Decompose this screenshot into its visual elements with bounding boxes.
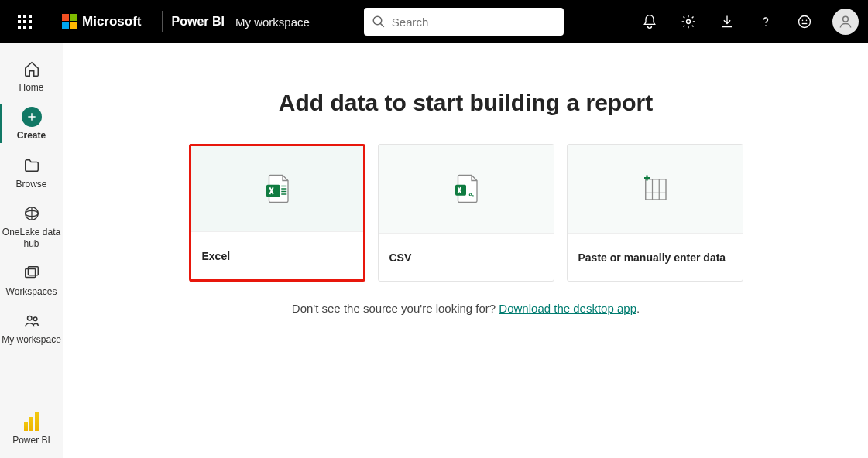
download-icon[interactable] bbox=[712, 6, 743, 37]
svg-rect-24 bbox=[455, 185, 466, 196]
home-icon bbox=[22, 59, 42, 79]
svg-point-15 bbox=[806, 20, 808, 22]
product-name: Power BI bbox=[172, 15, 225, 29]
create-icon bbox=[22, 107, 42, 127]
notifications-icon[interactable] bbox=[634, 6, 665, 37]
svg-rect-2 bbox=[29, 15, 32, 18]
divider bbox=[162, 11, 163, 32]
microsoft-logo: Microsoft bbox=[62, 14, 142, 29]
account-avatar[interactable] bbox=[832, 9, 859, 35]
workspace-breadcrumb[interactable]: My workspace bbox=[235, 15, 310, 29]
page-title: Add data to start building a report bbox=[279, 90, 653, 116]
svg-point-9 bbox=[373, 16, 382, 25]
folder-icon bbox=[22, 156, 42, 176]
people-icon bbox=[22, 311, 42, 331]
svg-text:a,: a, bbox=[468, 190, 474, 197]
nav-create[interactable]: Create bbox=[0, 99, 63, 147]
powerbi-icon bbox=[24, 412, 39, 431]
onelake-icon bbox=[22, 203, 42, 224]
svg-rect-8 bbox=[29, 26, 32, 29]
top-actions bbox=[634, 6, 859, 37]
nav-create-label: Create bbox=[17, 130, 46, 141]
search-input[interactable] bbox=[392, 15, 556, 29]
left-nav: Home Create Browse OneLake data hub Work… bbox=[0, 43, 63, 458]
svg-rect-26 bbox=[645, 179, 665, 200]
nav-browse-label: Browse bbox=[15, 179, 46, 190]
svg-rect-7 bbox=[23, 26, 26, 29]
card-excel-label: Excel bbox=[202, 250, 231, 262]
csv-file-icon: a, bbox=[450, 173, 482, 205]
svg-rect-3 bbox=[18, 20, 21, 23]
svg-rect-0 bbox=[18, 15, 21, 18]
card-csv[interactable]: a, CSV bbox=[378, 144, 554, 282]
nav-workspaces-label: Workspaces bbox=[6, 286, 57, 297]
nav-home-label: Home bbox=[19, 82, 43, 93]
nav-powerbi-label: Power BI bbox=[12, 435, 50, 446]
nav-my-workspace-label: My workspace bbox=[2, 334, 61, 345]
feedback-icon[interactable] bbox=[789, 6, 820, 37]
brand-text: Microsoft bbox=[82, 14, 142, 29]
svg-rect-6 bbox=[18, 26, 21, 29]
nav-my-workspace[interactable]: My workspace bbox=[0, 303, 63, 351]
nav-powerbi[interactable]: Power BI bbox=[0, 405, 63, 458]
svg-rect-19 bbox=[25, 268, 35, 277]
card-csv-label: CSV bbox=[389, 251, 412, 264]
app-launcher-icon[interactable] bbox=[9, 6, 40, 37]
hint-text: Don't see the source you're looking for?… bbox=[292, 302, 640, 315]
main-content: Add data to start building a report Exce… bbox=[63, 43, 868, 458]
svg-rect-5 bbox=[29, 20, 32, 23]
search-container bbox=[364, 8, 564, 36]
settings-icon[interactable] bbox=[673, 6, 704, 37]
svg-point-12 bbox=[765, 25, 767, 26]
svg-point-13 bbox=[799, 16, 811, 28]
svg-rect-1 bbox=[23, 15, 26, 18]
workspaces-icon bbox=[22, 263, 42, 283]
top-bar: Microsoft Power BI My workspace bbox=[0, 0, 868, 43]
svg-rect-20 bbox=[28, 267, 38, 275]
download-desktop-link[interactable]: Download the desktop app bbox=[499, 302, 636, 315]
search-box[interactable] bbox=[364, 8, 564, 36]
hint-suffix: . bbox=[636, 302, 640, 315]
nav-workspaces[interactable]: Workspaces bbox=[0, 255, 63, 303]
nav-browse[interactable]: Browse bbox=[0, 148, 63, 196]
svg-point-21 bbox=[27, 316, 32, 321]
svg-point-11 bbox=[687, 20, 691, 24]
svg-line-10 bbox=[380, 23, 384, 27]
search-icon bbox=[372, 15, 386, 29]
card-paste-data[interactable]: Paste or manually enter data bbox=[567, 144, 743, 282]
svg-point-22 bbox=[33, 317, 37, 321]
card-excel[interactable]: Excel bbox=[189, 144, 365, 282]
svg-point-14 bbox=[802, 20, 804, 22]
card-paste-label: Paste or manually enter data bbox=[578, 251, 726, 264]
hint-prefix: Don't see the source you're looking for? bbox=[292, 302, 499, 315]
data-source-cards: Excel a, CSV bbox=[189, 144, 743, 282]
svg-rect-4 bbox=[23, 20, 26, 23]
svg-rect-23 bbox=[266, 185, 280, 197]
nav-home[interactable]: Home bbox=[0, 51, 63, 99]
table-plus-icon bbox=[639, 173, 671, 205]
nav-onelake-label: OneLake data hub bbox=[0, 227, 63, 249]
help-icon[interactable] bbox=[750, 6, 781, 37]
excel-file-icon bbox=[261, 173, 293, 205]
microsoft-logo-icon bbox=[62, 14, 77, 29]
svg-point-16 bbox=[843, 16, 849, 22]
nav-onelake[interactable]: OneLake data hub bbox=[0, 196, 63, 255]
